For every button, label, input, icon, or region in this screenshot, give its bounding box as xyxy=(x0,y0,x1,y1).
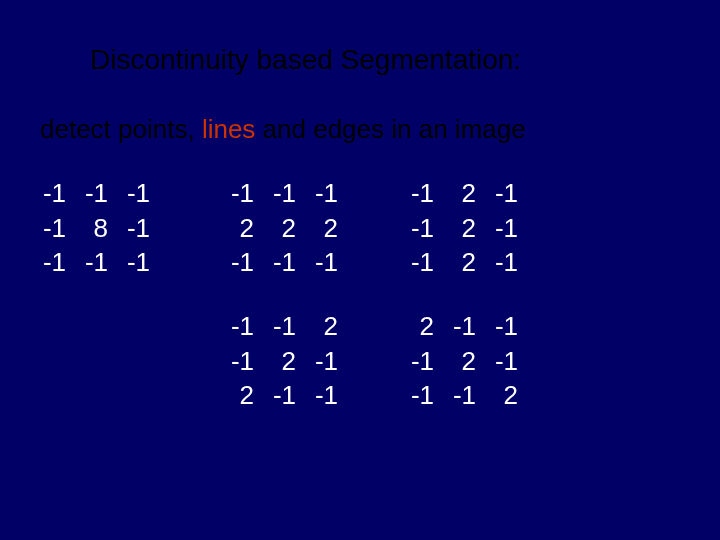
slide-subtitle: detect points, lines and edges in an ima… xyxy=(40,114,526,145)
matrix-horizontal: -1-1-1 222 -1-1-1 xyxy=(218,175,346,281)
matrix-diag-45: 2-1-1 -12-1 -1-12 xyxy=(398,308,526,414)
subtitle-part2: lines xyxy=(202,114,255,144)
slide-title: Discontinuity based Segmentation: xyxy=(90,44,521,76)
matrix-diag45: -1-12 -12-1 2-1-1 xyxy=(218,308,346,414)
subtitle-part1: detect points, xyxy=(40,114,202,144)
matrix-vertical: -12-1 -12-1 -12-1 xyxy=(398,175,526,281)
subtitle-part3: and edges in an image xyxy=(255,114,525,144)
matrix-point: -1-1-1 -18-1 -1-1-1 xyxy=(30,175,158,281)
slide: Discontinuity based Segmentation: detect… xyxy=(0,0,720,540)
